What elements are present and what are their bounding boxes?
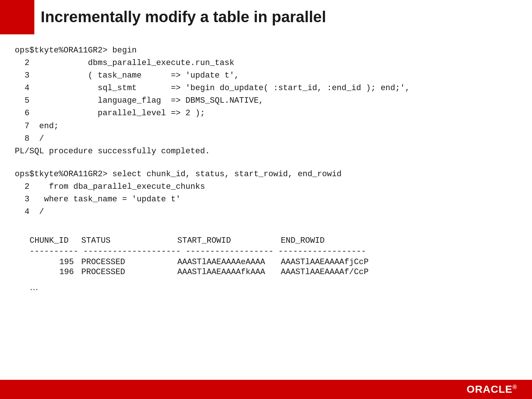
cell-status: PROCESSED xyxy=(81,258,177,267)
table-ellipsis: … xyxy=(15,282,517,292)
table-row: 196PROCESSEDAAASTlAAEAAAAfkAAAAAASTlAAEA… xyxy=(15,267,517,277)
col-header-end-rowid: END_ROWID xyxy=(281,236,325,245)
code-block-2: ops$tkyte%ORA11GR2> select chunk_id, sta… xyxy=(15,168,517,218)
oracle-logo: ORACLE® xyxy=(467,383,517,395)
oracle-reg-symbol: ® xyxy=(512,384,517,390)
red-accent-square xyxy=(0,0,34,34)
cell-end-rowid: AAASTlAAEAAAAf/CcP xyxy=(281,267,369,277)
main-content: ops$tkyte%ORA11GR2> begin 2 dbms_paralle… xyxy=(15,44,517,377)
table-divider: ---------- -------------------- --------… xyxy=(15,247,517,256)
col-header-chunk-id: CHUNK_ID xyxy=(30,236,81,245)
table-rows-container: 195PROCESSEDAAASTlAAEAAAAeAAAAAAASTlAAEA… xyxy=(15,258,517,277)
col-header-start-rowid: START_ROWID xyxy=(177,236,281,245)
cell-end-rowid: AAASTlAAEAAAAfjCcP xyxy=(281,258,369,267)
code-block-1: ops$tkyte%ORA11GR2> begin 2 dbms_paralle… xyxy=(15,44,517,158)
table-row: 195PROCESSEDAAASTlAAEAAAAeAAAAAAASTlAAEA… xyxy=(15,258,517,267)
col-header-status: STATUS xyxy=(81,236,177,245)
cell-chunk-id: 195 xyxy=(30,258,81,267)
oracle-logo-text: ORACLE xyxy=(467,383,512,395)
cell-status: PROCESSED xyxy=(81,267,177,277)
table-header-row: CHUNK_ID STATUS START_ROWID END_ROWID xyxy=(15,236,517,245)
bottom-bar: ORACLE® xyxy=(0,380,532,399)
cell-start-rowid: AAASTlAAEAAAAfkAAA xyxy=(177,267,281,277)
page-title: Incrementally modify a table in parallel xyxy=(41,8,326,26)
results-table: CHUNK_ID STATUS START_ROWID END_ROWID --… xyxy=(15,236,517,292)
cell-start-rowid: AAASTlAAEAAAAeAAAA xyxy=(177,258,281,267)
cell-chunk-id: 196 xyxy=(30,267,81,277)
